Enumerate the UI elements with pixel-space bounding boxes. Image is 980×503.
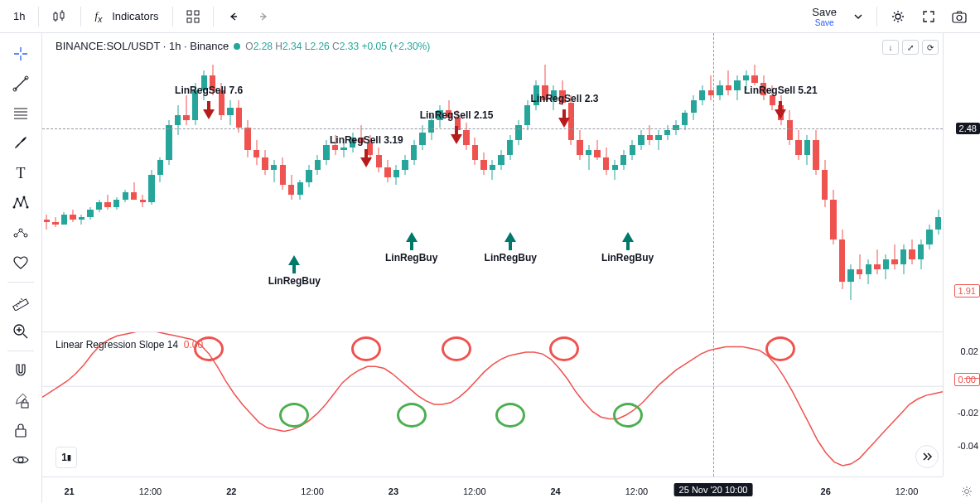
candle [909, 33, 915, 331]
pane-maximize[interactable]: ⤢ [902, 40, 919, 55]
redo-button[interactable] [250, 7, 277, 27]
time-axis[interactable]: 2112:002212:002312:002412:00252612:0025 … [42, 476, 943, 503]
svg-point-11 [20, 205, 22, 207]
candle [691, 33, 697, 331]
indicators-button[interactable]: fx Indicators [88, 6, 165, 27]
save-menu-button[interactable] [847, 8, 870, 25]
crosshair-tool[interactable] [5, 40, 36, 68]
svg-rect-5 [953, 13, 966, 22]
candle [131, 33, 137, 331]
price-chart-pane[interactable]: LinRegSell 7.6LinRegSell 3.19LinRegSell … [42, 33, 943, 331]
svg-rect-0 [187, 11, 191, 15]
candle [804, 33, 810, 331]
sell-arrow-icon [201, 101, 216, 119]
candle [280, 33, 286, 331]
candle [760, 33, 766, 331]
crosshair-vertical [713, 33, 714, 476]
save-button[interactable]: SaveSave [805, 2, 843, 31]
candle [726, 33, 731, 331]
text-tool[interactable]: T [5, 159, 36, 187]
candle [559, 33, 565, 331]
candle [157, 33, 163, 331]
candle [437, 33, 442, 331]
sell-signal-label: LinRegSell 7.6 [175, 85, 243, 96]
svg-point-13 [27, 206, 29, 209]
candle [935, 33, 941, 331]
undo-button[interactable] [220, 7, 247, 27]
pane-controls: ↓ ⤢ ⟳ [882, 40, 939, 55]
candle [44, 33, 50, 331]
forecast-tool[interactable] [5, 219, 36, 247]
candle [682, 33, 688, 331]
candle [568, 33, 574, 331]
candle [123, 33, 128, 331]
chart-style-button[interactable] [46, 6, 74, 27]
candle [891, 33, 897, 331]
pane-move-down[interactable]: ↓ [882, 40, 899, 55]
svg-point-12 [23, 196, 26, 199]
favorite-tool[interactable] [5, 249, 36, 277]
tradingview-logo[interactable]: 1▮ [56, 447, 77, 468]
zoom-tool[interactable] [5, 317, 36, 346]
candle [393, 33, 399, 331]
candle [586, 33, 591, 331]
candle [612, 33, 618, 331]
scroll-to-realtime[interactable] [915, 445, 939, 468]
trendline-tool[interactable] [5, 70, 36, 98]
brush-tool[interactable] [5, 129, 36, 157]
candle [647, 33, 653, 331]
sell-arrow-icon [557, 109, 572, 128]
svg-rect-20 [16, 429, 26, 437]
pane-close[interactable]: ⟳ [922, 40, 939, 55]
camera-icon [952, 10, 967, 23]
candle [673, 33, 678, 331]
lock-tool[interactable] [5, 386, 36, 414]
candle [79, 33, 84, 331]
axis-settings-button[interactable] [960, 485, 973, 498]
trough-circle [397, 403, 427, 428]
candle [384, 33, 390, 331]
lock-all-tool[interactable] [5, 416, 36, 444]
toolbar-separator [80, 7, 81, 27]
candle [524, 33, 530, 331]
candle [52, 33, 58, 331]
svg-rect-17 [13, 299, 29, 311]
ruler-tool[interactable] [5, 288, 36, 316]
settings-button[interactable] [884, 6, 912, 27]
sell-signal-label: LinRegSell 2.3 [530, 93, 598, 104]
svg-point-6 [957, 15, 962, 20]
candle [472, 33, 478, 331]
candle [244, 33, 250, 331]
candle [262, 33, 268, 331]
fib-tool[interactable] [5, 99, 36, 128]
interval-selector[interactable]: 1h [7, 7, 31, 26]
candle [140, 33, 146, 331]
fullscreen-icon [922, 10, 935, 23]
candle [306, 33, 311, 331]
candle [551, 33, 557, 331]
candle [847, 33, 853, 331]
ruler-icon [12, 293, 30, 311]
candle [778, 33, 784, 331]
fullscreen-button[interactable] [915, 7, 942, 27]
magnet-tool[interactable] [5, 356, 36, 385]
price-axis[interactable]: 2.48 1.91 0.02 0.00 -0.02 -0.04 [943, 33, 980, 476]
candle [734, 33, 740, 331]
layouts-button[interactable] [180, 7, 206, 27]
pattern-tool[interactable] [5, 189, 36, 217]
candle [743, 33, 749, 331]
save-sublabel: Save [815, 18, 834, 27]
candle [455, 33, 461, 331]
indicator-pane[interactable]: Linear Regression Slope 14 0.00 [42, 331, 943, 476]
symbol-label[interactable]: BINANCE:SOL/USDT · 1h · Binance [56, 40, 229, 52]
trough-circle [613, 403, 643, 428]
buy-signal-label: LinRegBuy [268, 275, 321, 287]
candle [498, 33, 504, 331]
candle [175, 33, 181, 331]
buy-signal-label: LinRegBuy [601, 252, 654, 264]
snapshot-button[interactable] [945, 7, 973, 27]
svg-point-4 [896, 14, 900, 19]
candle [227, 33, 233, 331]
visibility-tool[interactable] [5, 446, 36, 474]
time-axis-label: 22 [226, 486, 236, 496]
